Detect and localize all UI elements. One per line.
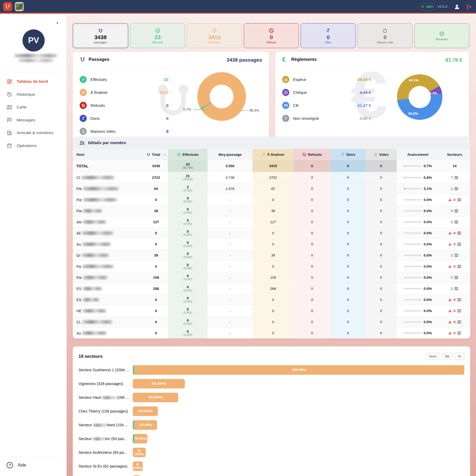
table-row[interactable]: Au 0 0(0.00€) - 0 0 0 0 0.0% 0 xyxy=(73,239,470,250)
plus-icon xyxy=(439,31,445,37)
table-row[interactable]: Pie 159 0(0.00€) - 159 0 0 0 0.0% 1 xyxy=(73,272,470,283)
sidebar-item-help[interactable]: ? Aide xyxy=(0,457,67,473)
column-nom[interactable]: Nom xyxy=(73,149,144,160)
sector-bar[interactable]: 62 (100%) xyxy=(133,461,143,471)
member-name-redacted xyxy=(83,198,117,202)
sector-bar-row[interactable]: Secteur Haut (288 ... 288 (100%) xyxy=(79,393,464,402)
member-name-redacted xyxy=(82,242,111,246)
euro-icon: € xyxy=(282,57,288,62)
progress-bar xyxy=(404,277,421,278)
members-table-card: Détails par membre Nom Total ↓ Effectués… xyxy=(73,137,470,338)
stat-card-nouveau[interactable]: Nouveau xyxy=(414,23,469,48)
column-refuses[interactable]: Refusés xyxy=(294,149,331,160)
map-icon[interactable] xyxy=(457,298,461,302)
donation-icon xyxy=(341,153,345,157)
sector-bar[interactable]: 90 (96%) xyxy=(133,434,147,443)
table-row[interactable]: HE 0 0(0.00€) - 0 0 0 0 0.0% 0 xyxy=(73,305,470,316)
user-account-icon[interactable] xyxy=(454,4,460,10)
sector-bar-row[interactable]: Secteur Andrezieux (83 pa... 83 (100%) xyxy=(79,448,464,457)
column-avancement[interactable]: Avancement xyxy=(397,149,439,160)
passages-panel-header: Passages xyxy=(80,57,109,62)
map-icon[interactable] xyxy=(454,253,458,257)
sidebar-collapse-button[interactable]: ‹ xyxy=(57,20,58,25)
map-icon[interactable] xyxy=(454,176,458,180)
cb-icon xyxy=(282,102,289,109)
sidebar-item-history[interactable]: Historique xyxy=(0,88,67,101)
stat-card-afinaliser[interactable]: 3415 À finaliser xyxy=(187,23,242,48)
warning-icon xyxy=(448,320,452,324)
map-icon[interactable] xyxy=(454,187,458,191)
sector-bar-row[interactable]: Secteur Nord (154 ... 153 (99%) xyxy=(79,420,464,430)
map-icon[interactable] xyxy=(457,231,461,235)
map-icon[interactable] xyxy=(457,309,461,313)
table-row[interactable]: Au 0 0(0.00€) - 0 0 0 0 0.0% 0 xyxy=(73,327,470,338)
table-row[interactable]: CL 0 0(0.00€) - 0 0 0 0 0.0% 0 xyxy=(73,316,470,327)
stat-card-maisonvide[interactable]: 0 Maison vide xyxy=(358,23,413,48)
stat-card-don[interactable]: 0 Don xyxy=(301,23,356,48)
table-row[interactable]: Pie 64 2(3.33€) 1.67€ 62 0 0 0 3.1% 1 xyxy=(73,183,470,194)
wifi-status-badge[interactable]: WIFI xyxy=(417,3,437,10)
map-icon[interactable] xyxy=(457,264,461,268)
column-effectues[interactable]: Effectués xyxy=(168,149,208,160)
stat-card-refuse[interactable]: 0 Refusé xyxy=(244,23,299,48)
sector-bar-row[interactable]: Vignerons (328 passages) 328 (100%) xyxy=(79,379,464,388)
table-row[interactable]: Pie 38 0(0.00€) - 38 0 0 0 0.0% 3 xyxy=(73,205,470,216)
column-secteurs[interactable]: Secteurs xyxy=(439,149,470,160)
progress-bar xyxy=(404,255,421,256)
sector-bar[interactable]: 159 (100%) xyxy=(133,406,158,416)
map-icon[interactable] xyxy=(454,287,458,291)
panel-row-Dons: Dons 0 xyxy=(80,112,168,125)
user-name-redacted xyxy=(15,54,57,57)
sector-bar[interactable]: 288 (100%) xyxy=(133,393,178,402)
map-icon[interactable] xyxy=(454,220,458,224)
ban-icon xyxy=(80,102,87,109)
map-icon[interactable] xyxy=(457,320,461,324)
avatar[interactable]: PV xyxy=(22,29,45,52)
map-icon[interactable] xyxy=(454,209,458,213)
sector-bar-row[interactable]: Secteur St Ex (62 passages) 62 (100%) xyxy=(79,461,464,471)
column-vides[interactable]: Vides xyxy=(365,149,397,160)
stat-card-passages[interactable]: 3438 passages xyxy=(73,23,128,48)
table-row[interactable]: Cl 2723 21(78.43€) 3.73€ 2702 0 0 0 0.8%… xyxy=(73,172,470,183)
column-dons[interactable]: Dons xyxy=(331,149,365,160)
stat-card-effectue[interactable]: 23 Effectué xyxy=(130,23,185,48)
panel-row-Espèce: Espèce 36.05 € xyxy=(282,73,371,86)
table-row[interactable]: Pie 0 0(0.00€) - 0 0 0 0 0.0% 0 xyxy=(73,194,470,205)
app-photo-thumbnail[interactable] xyxy=(15,2,24,11)
sidebar-item-operations[interactable]: Opérations xyxy=(0,139,67,152)
map-icon[interactable] xyxy=(454,276,458,280)
sector-bar[interactable]: 153 (99%) xyxy=(133,420,157,430)
table-row[interactable]: ES 288 0(0.00€) - 288 0 0 0 0.0% 1 xyxy=(73,283,470,294)
column-total[interactable]: Total ↓ xyxy=(144,149,168,160)
app-logo-icon[interactable] xyxy=(3,2,12,11)
progress-bar xyxy=(404,332,421,334)
map-icon[interactable] xyxy=(457,242,461,246)
table-row[interactable]: All 0 0(0.00€) - 0 0 0 0 0.0% 0 xyxy=(73,227,470,239)
progress-bar xyxy=(404,177,421,178)
logout-icon[interactable] xyxy=(465,4,472,10)
sector-bar[interactable]: 83 (100%) xyxy=(133,448,146,457)
sector-bar-row[interactable]: Secteur Guehenno 1 (2094 ... 2080 (99%) xyxy=(79,365,464,375)
sectors-toggle-nb[interactable]: Nb xyxy=(442,353,453,360)
member-name-redacted xyxy=(83,276,107,279)
column-afinaliser[interactable]: À finaliser xyxy=(253,149,294,160)
sidebar-item-members[interactable]: Amicale & membres xyxy=(0,126,67,139)
sector-bar-row[interactable]: Chez Thierry (159 passages) 159 (100%) xyxy=(79,406,464,416)
sidebar-item-messages[interactable]: Messages xyxy=(0,114,67,127)
sort-desc-icon[interactable]: ↓ xyxy=(164,153,166,157)
sector-bar[interactable]: 2080 (99%) xyxy=(133,365,464,375)
table-row[interactable]: Pa 0 0(0.00€) - 0 0 0 0 0.0% 0 xyxy=(73,261,470,272)
sectors-toggle-nom[interactable]: Nom xyxy=(426,353,440,360)
map-icon[interactable] xyxy=(457,198,461,202)
sidebar-item-map[interactable]: Carte xyxy=(0,101,67,114)
table-row[interactable]: ES 0 0(0.00€) - 0 0 0 0 0.0% 0 xyxy=(73,294,470,305)
sidebar-item-dashboard[interactable]: Tableau de bord xyxy=(0,75,67,88)
table-row[interactable]: Gr 39 0(0.00€) - 39 0 0 0 0.0% 1 xyxy=(73,250,470,261)
column-moy[interactable]: Moy./passage xyxy=(208,149,253,160)
sector-bar[interactable]: 328 (100%) xyxy=(133,379,185,388)
table-row[interactable]: AN 127 0(0.00€) - 127 0 0 0 0.0% 2 xyxy=(73,216,470,227)
sectors-toggle-pct[interactable]: % xyxy=(454,353,464,360)
warning-icon xyxy=(448,298,452,302)
map-icon[interactable] xyxy=(457,331,461,335)
sector-bar-row[interactable]: Secteur lon (93 pas... 90 (96%) xyxy=(79,434,464,443)
